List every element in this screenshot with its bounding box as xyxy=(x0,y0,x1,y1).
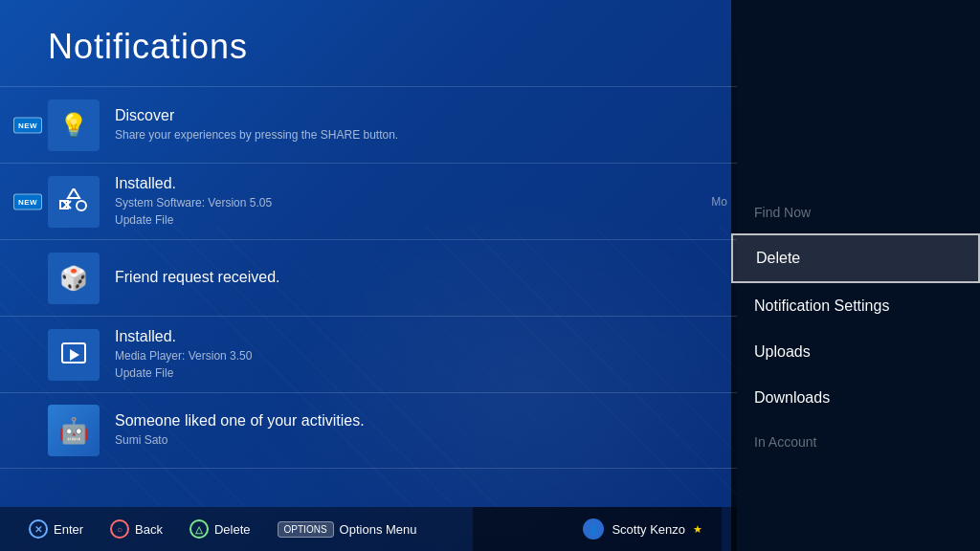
star-icon: ★ xyxy=(693,523,702,536)
options-button-icon: OPTIONS xyxy=(278,521,334,538)
triangle-button-icon: △ xyxy=(189,519,209,539)
context-menu-dimmed-top: Find Now xyxy=(731,191,980,233)
context-menu-item-downloads[interactable]: Downloads xyxy=(731,375,980,421)
username: Scotty Kenzo xyxy=(612,522,685,537)
discover-title: Discover xyxy=(115,107,689,124)
installed-media-title: Installed. xyxy=(115,328,689,345)
action-delete[interactable]: △ Delete xyxy=(189,519,251,539)
context-menu-item-notification-settings[interactable]: Notification Settings xyxy=(731,283,980,329)
delete-menu-label: Delete xyxy=(756,250,800,266)
user-avatar: 👤 xyxy=(583,518,604,540)
uploads-menu-label: Uploads xyxy=(754,343,811,360)
installed-system-text: Installed. System Software: Version 5.05… xyxy=(115,175,689,229)
action-enter[interactable]: ✕ Enter xyxy=(29,519,83,539)
context-menu-item-delete[interactable]: Delete xyxy=(731,233,980,283)
friend-icon: 🎲 xyxy=(48,253,100,304)
installed-media-text: Installed. Media Player: Version 3.50 Up… xyxy=(115,328,689,382)
enter-label: Enter xyxy=(54,522,83,537)
installed-system-sub2: Update File xyxy=(115,211,689,229)
context-menu: Find Now Delete Notification Settings Up… xyxy=(731,0,980,551)
svg-point-1 xyxy=(77,201,86,210)
options-menu-label: Options Menu xyxy=(340,522,417,537)
notification-item-friend-request[interactable]: 🎲 Friend request received. xyxy=(0,239,737,316)
discover-subtitle: Share your experiences by pressing the S… xyxy=(115,126,689,143)
notification-item-activity-liked[interactable]: 🤖 Someone liked one of your activities. … xyxy=(0,392,737,469)
installed-system-title: Installed. xyxy=(115,175,689,192)
friend-request-title: Friend request received. xyxy=(115,269,689,286)
media-player-icon xyxy=(48,329,100,381)
notifications-list: NEW 💡 Discover Share your experiences by… xyxy=(0,86,737,469)
activity-liked-text: Someone liked one of your activities. Su… xyxy=(115,412,689,449)
o-button-icon: ○ xyxy=(110,519,129,539)
installed-system-sub1: System Software: Version 5.05 xyxy=(115,194,689,211)
installed-media-sub1: Media Player: Version 3.50 xyxy=(115,347,689,364)
ps4-symbols-icon xyxy=(48,176,100,228)
activity-liked-title: Someone liked one of your activities. xyxy=(115,412,689,430)
downloads-menu-label: Downloads xyxy=(754,389,830,406)
new-badge-system: NEW xyxy=(13,193,42,209)
notification-item-discover[interactable]: NEW 💡 Discover Share your experiences by… xyxy=(0,86,737,163)
page-title: Notifications xyxy=(48,27,248,67)
svg-marker-0 xyxy=(68,188,79,198)
notification-settings-menu-label: Notification Settings xyxy=(754,298,889,314)
discover-icon: 💡 xyxy=(48,99,100,151)
user-info-bar: 👤 Scotty Kenzo ★ xyxy=(473,507,722,551)
notification-item-installed-media[interactable]: Installed. Media Player: Version 3.50 Up… xyxy=(0,316,737,392)
installed-media-sub2: Update File xyxy=(115,364,689,382)
x-button-icon: ✕ xyxy=(29,519,48,539)
svg-marker-6 xyxy=(70,349,79,361)
new-badge-discover: NEW xyxy=(13,117,42,133)
activity-liked-subtitle: Sumi Sato xyxy=(115,431,689,449)
back-label: Back xyxy=(135,522,163,537)
context-menu-dimmed-bottom: In Account xyxy=(731,421,980,463)
context-menu-item-uploads[interactable]: Uploads xyxy=(731,329,980,375)
discover-text: Discover Share your experiences by press… xyxy=(115,107,689,143)
notification-item-installed-system[interactable]: NEW Installed. System Software: Version … xyxy=(0,163,737,239)
action-options-menu[interactable]: OPTIONS Options Menu xyxy=(278,521,417,538)
action-back[interactable]: ○ Back xyxy=(110,519,163,539)
more-indicator: Mo xyxy=(711,195,727,209)
friend-request-text: Friend request received. xyxy=(115,269,689,288)
delete-label: Delete xyxy=(214,522,251,537)
astro-icon: 🤖 xyxy=(48,405,100,456)
